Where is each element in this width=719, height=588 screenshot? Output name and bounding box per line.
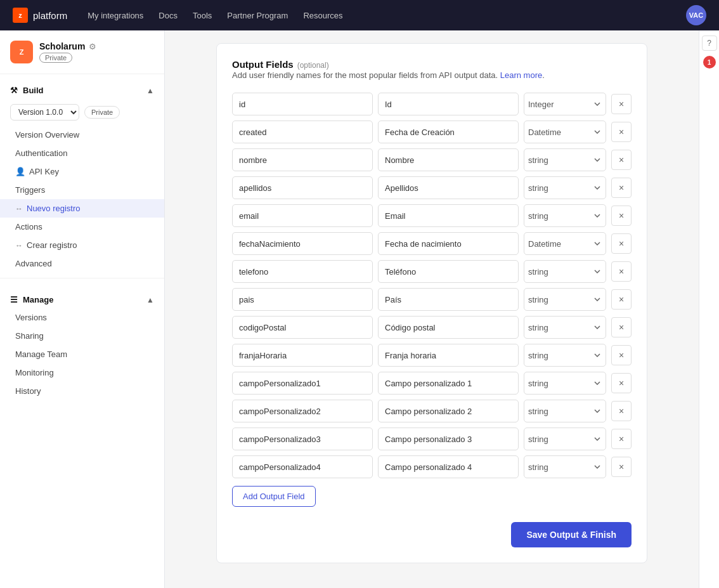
field-label-input[interactable]: [378, 232, 519, 255]
field-label-input[interactable]: [378, 204, 519, 227]
sidebar-item-crear-registro[interactable]: ↔ Crear registro: [0, 236, 164, 254]
top-navigation: z platform My integrations Docs Tools Pa…: [0, 0, 719, 30]
avatar[interactable]: VAC: [686, 5, 706, 25]
field-label-input[interactable]: [378, 372, 519, 395]
sidebar-item-authentication[interactable]: Authentication: [0, 144, 164, 162]
field-key-input[interactable]: [232, 176, 373, 199]
panel-title-optional: (optional): [297, 61, 329, 70]
api-key-icon: 👤: [15, 167, 25, 176]
field-delete-button[interactable]: ×: [611, 457, 632, 477]
sidebar-item-actions[interactable]: Actions: [0, 218, 164, 236]
field-type-select[interactable]: stringIntegerNumberBooleanDatetimeFileAr…: [524, 316, 606, 339]
sidebar-item-versions[interactable]: Versions: [0, 308, 164, 327]
private-badge[interactable]: Private: [84, 106, 120, 119]
sidebar-item-version-overview[interactable]: Version Overview: [0, 126, 164, 144]
field-delete-button[interactable]: ×: [611, 401, 632, 421]
field-label-input[interactable]: [378, 93, 519, 115]
help-button[interactable]: ?: [702, 36, 717, 51]
app-name: Scholarum: [39, 41, 85, 51]
output-fields-panel: Output Fields(optional) Add user friendl…: [216, 43, 647, 563]
field-type-select[interactable]: stringIntegerNumberBooleanDatetimeFileAr…: [524, 400, 606, 422]
add-output-field-button[interactable]: Add Output Field: [232, 486, 316, 507]
field-type-select[interactable]: stringIntegerNumberBooleanDatetimeFileAr…: [524, 428, 606, 450]
build-section-header[interactable]: ⚒ Build ▲: [0, 82, 164, 99]
field-key-input[interactable]: [232, 428, 373, 450]
sidebar-item-sharing[interactable]: Sharing: [0, 327, 164, 345]
field-delete-button[interactable]: ×: [611, 317, 632, 337]
field-type-select[interactable]: stringIntegerNumberBooleanDatetimeFileAr…: [524, 232, 606, 255]
build-section-title: ⚒ Build: [10, 86, 44, 95]
field-type-select[interactable]: stringIntegerNumberBooleanDatetimeFileAr…: [524, 344, 606, 367]
sidebar-item-triggers[interactable]: Triggers: [0, 181, 164, 199]
app-badge[interactable]: Private: [39, 53, 72, 63]
sidebar-item-monitoring[interactable]: Monitoring: [0, 363, 164, 382]
field-key-input[interactable]: [232, 121, 373, 143]
field-type-select[interactable]: stringIntegerNumberBooleanDatetimeFileAr…: [524, 204, 606, 227]
version-select[interactable]: Version 1.0.0: [10, 104, 79, 121]
field-label-input[interactable]: [378, 176, 519, 199]
nav-resources[interactable]: Resources: [303, 11, 342, 20]
field-key-input[interactable]: [232, 372, 373, 395]
field-key-input[interactable]: [232, 455, 373, 478]
nav-my-integrations[interactable]: My integrations: [87, 11, 143, 20]
field-delete-button[interactable]: ×: [611, 150, 632, 170]
field-key-input[interactable]: [232, 288, 373, 311]
field-type-select[interactable]: stringIntegerNumberBooleanDatetimeFileAr…: [524, 176, 606, 199]
version-row: Version 1.0.0 Private: [0, 99, 164, 126]
field-label-input[interactable]: [378, 288, 519, 311]
field-type-select[interactable]: stringIntegerNumberBooleanDatetimeFileAr…: [524, 260, 606, 283]
field-key-input[interactable]: [232, 400, 373, 422]
field-label-input[interactable]: [378, 260, 519, 283]
field-delete-button[interactable]: ×: [611, 94, 632, 114]
field-key-input[interactable]: [232, 344, 373, 367]
field-key-input[interactable]: [232, 232, 373, 255]
field-label-input[interactable]: [378, 428, 519, 450]
field-delete-button[interactable]: ×: [611, 122, 632, 142]
nav-docs[interactable]: Docs: [159, 11, 178, 20]
field-delete-button[interactable]: ×: [611, 261, 632, 282]
field-delete-button[interactable]: ×: [611, 178, 632, 198]
table-row: stringIntegerNumberBooleanDatetimeFileAr…: [232, 176, 632, 199]
field-label-input[interactable]: [378, 400, 519, 422]
field-type-select[interactable]: stringIntegerNumberBooleanDatetimeFileAr…: [524, 372, 606, 395]
field-key-input[interactable]: [232, 148, 373, 171]
field-label-input[interactable]: [378, 148, 519, 171]
field-label-input[interactable]: [378, 344, 519, 367]
field-type-select[interactable]: stringIntegerNumberBooleanDatetimeFileAr…: [524, 288, 606, 311]
field-type-select[interactable]: stringIntegerNumberBooleanDatetimeFileAr…: [524, 93, 606, 115]
field-key-input[interactable]: [232, 260, 373, 283]
sidebar-item-nuevo-registro[interactable]: ↔ Nuevo registro: [0, 199, 164, 218]
field-delete-button[interactable]: ×: [611, 289, 632, 310]
save-output-finish-button[interactable]: Save Output & Finish: [511, 522, 632, 547]
field-label-input[interactable]: [378, 455, 519, 478]
table-row: stringIntegerNumberBooleanDatetimeFileAr…: [232, 232, 632, 255]
field-key-input[interactable]: [232, 316, 373, 339]
sidebar-item-history[interactable]: History: [0, 382, 164, 400]
field-key-input[interactable]: [232, 204, 373, 227]
settings-icon[interactable]: ⚙: [89, 42, 96, 51]
panel-title: Output Fields: [232, 59, 294, 70]
field-delete-button[interactable]: ×: [611, 233, 632, 254]
sidebar-app-header: Z Scholarum ⚙ Private: [0, 30, 164, 74]
nav-partner-program[interactable]: Partner Program: [227, 11, 288, 20]
field-key-input[interactable]: [232, 93, 373, 115]
field-label-input[interactable]: [378, 316, 519, 339]
build-icon: ⚒: [10, 86, 18, 95]
field-delete-button[interactable]: ×: [611, 429, 632, 449]
field-delete-button[interactable]: ×: [611, 373, 632, 393]
nav-tools[interactable]: Tools: [193, 11, 212, 20]
field-delete-button[interactable]: ×: [611, 345, 632, 365]
sidebar-item-advanced[interactable]: Advanced: [0, 254, 164, 273]
field-type-select[interactable]: stringIntegerNumberBooleanDatetimeFileAr…: [524, 455, 606, 478]
learn-more-link[interactable]: Learn more: [500, 70, 542, 80]
field-delete-button[interactable]: ×: [611, 206, 632, 226]
sidebar-item-manage-team[interactable]: Manage Team: [0, 345, 164, 363]
field-type-select[interactable]: stringIntegerNumberBooleanDatetimeFileAr…: [524, 121, 606, 143]
manage-icon: ☰: [10, 295, 18, 304]
field-type-select[interactable]: stringIntegerNumberBooleanDatetimeFileAr…: [524, 148, 606, 171]
manage-section-header[interactable]: ☰ Manage ▲: [0, 291, 164, 308]
sidebar-item-api-key[interactable]: 👤 API Key: [0, 162, 164, 181]
field-label-input[interactable]: [378, 121, 519, 143]
alert-badge[interactable]: 1: [703, 56, 716, 69]
manage-section-title: ☰ Manage: [10, 295, 53, 304]
